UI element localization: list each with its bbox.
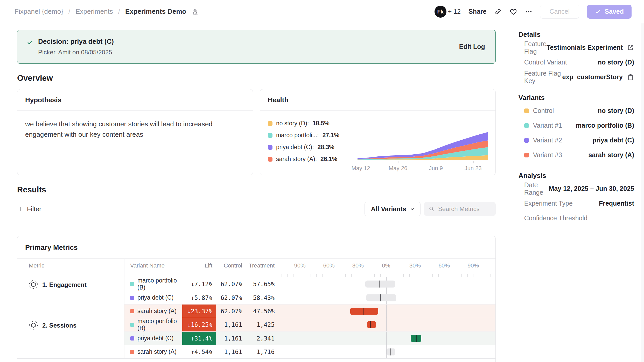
sidebar-row-label: Control Variant — [524, 59, 567, 66]
control-value-cell: 62.07% — [216, 291, 246, 304]
axis-minor-tick — [328, 274, 328, 277]
clipboard-icon[interactable] — [627, 74, 634, 81]
control-value-cell: 62.07% — [216, 304, 246, 318]
treatment-value-cell: 57.65% — [246, 277, 278, 291]
hypothesis-card: Hypothesis we believe that showing custo… — [17, 89, 253, 175]
legend-swatch — [268, 157, 272, 162]
axis-minor-tick — [340, 274, 340, 277]
sidebar-row-date-range: Date RangeMay 12, 2025 – Jun 30, 2025 — [519, 181, 634, 196]
axis-minor-tick — [305, 274, 305, 277]
axis-minor-tick — [438, 274, 439, 277]
legend-swatch — [268, 133, 272, 138]
axis-percent-label: -90% — [292, 262, 305, 269]
variants-dropdown[interactable]: All Variants — [365, 202, 421, 216]
favorite-heart-icon[interactable] — [509, 8, 517, 16]
copy-link-icon[interactable] — [494, 8, 502, 15]
sidebar-row-label: Variant #3 — [524, 151, 562, 159]
variant-name-cell[interactable]: marco portfolio (B) — [124, 277, 182, 291]
metric-group-grid: 1. Engagementmarco portfolio (B)↓7.12%62… — [17, 277, 495, 318]
axis-minor-tick — [369, 274, 369, 277]
variant-name-cell[interactable]: sarah story (A) — [124, 345, 182, 358]
sidebar-row-label: Feature Flag — [524, 40, 547, 55]
share-button[interactable]: Share — [468, 8, 486, 15]
control-value-cell: 62.07% — [216, 277, 246, 291]
axis-spacer — [246, 273, 278, 277]
metric-target-icon — [29, 280, 38, 289]
sidebar-row-label: Confidence Threshold — [524, 214, 587, 222]
axis-minor-tick — [473, 274, 473, 277]
axis-minor-tick — [374, 274, 375, 277]
breadcrumb-item[interactable]: Experiments — [75, 8, 113, 16]
axis-minor-tick — [450, 274, 450, 277]
search-metrics-input[interactable] — [438, 205, 491, 213]
treatment-value-cell: 1,716 — [246, 345, 278, 358]
collaborator-count[interactable]: + 12 — [448, 8, 461, 15]
axis-percent-label: -30% — [350, 262, 363, 269]
lift-cell: ↓16.25% — [182, 318, 216, 331]
edit-log-button[interactable]: Edit Log — [459, 43, 485, 50]
axis-minor-tick — [409, 274, 410, 277]
axis-minor-ticks — [278, 273, 495, 277]
legend-value: 28.3% — [318, 144, 334, 151]
metric-cell[interactable]: 2. Sessions — [17, 318, 124, 358]
add-metric-button[interactable]: Add — [17, 358, 495, 362]
lift-point-marker — [416, 335, 417, 342]
column-header-treatment: Treatment — [246, 259, 278, 273]
axis-minor-tick — [282, 274, 282, 277]
variant-name-cell[interactable]: priya debt (C) — [124, 331, 182, 345]
avatar[interactable]: Fk — [435, 6, 446, 18]
lift-point-marker — [390, 348, 391, 355]
lift-cell: ↑4.54% — [182, 345, 216, 358]
legend-label: sarah story (A): — [276, 156, 317, 163]
axis-minor-tick — [461, 274, 462, 277]
hypothesis-body[interactable]: we believe that showing customer stories… — [17, 111, 245, 148]
decision-title: Decision: priya debt (C) — [38, 38, 114, 46]
health-legend-item: marco portfoli...: 27.1% — [268, 132, 353, 139]
health-title: Health — [260, 89, 495, 111]
x-axis-tick — [436, 161, 436, 163]
variant-swatch — [130, 323, 134, 327]
variant-swatch — [524, 123, 529, 128]
legend-value: 26.1% — [320, 156, 337, 163]
sidebar-row-control-variant: Control Variantno story (D) — [519, 55, 634, 70]
external-link-icon[interactable] — [627, 44, 634, 51]
overview-heading: Overview — [17, 74, 496, 83]
variant-name-cell[interactable]: marco portfolio (B) — [124, 318, 182, 331]
metric-cell[interactable]: 1. Engagement — [17, 277, 124, 318]
variant-name-cell[interactable]: priya debt (C) — [124, 291, 182, 304]
variant-name-cell[interactable]: sarah story (A) — [124, 304, 182, 318]
more-options-icon[interactable] — [525, 8, 532, 15]
axis-minor-tick — [491, 274, 491, 277]
variant-swatch — [130, 350, 134, 354]
axis-percent-label: 60% — [438, 262, 450, 269]
legend-value: 18.5% — [312, 120, 329, 127]
treatment-value-cell: 2,341 — [246, 331, 278, 345]
check-icon — [595, 9, 601, 15]
confidence-interval-cell — [278, 291, 495, 304]
collaborator-group: Fk + 12 — [435, 6, 461, 18]
breadcrumb-item[interactable]: Experiments Demo — [125, 8, 186, 16]
variant-swatch — [130, 336, 134, 341]
zero-percent-line — [386, 332, 387, 345]
hypothesis-title: Hypothesis — [17, 89, 253, 111]
breadcrumb-item[interactable]: Fixpanel {demo} — [15, 8, 63, 16]
axis-percent-label: 30% — [409, 262, 421, 269]
confidence-interval-bar — [365, 281, 395, 288]
search-metrics-box — [424, 202, 496, 216]
saved-button[interactable]: Saved — [587, 5, 632, 19]
lift-cell: ↑31.4% — [182, 331, 216, 345]
scrollbar[interactable] — [641, 23, 644, 362]
cancel-button[interactable]: Cancel — [540, 5, 579, 19]
axis-minor-tick — [479, 274, 479, 277]
breadcrumb: Fixpanel {demo}/Experiments/Experiments … — [15, 8, 199, 16]
sidebar-row-feature-flag-key: Feature Flag Keyexp_customerStory — [519, 70, 634, 84]
x-axis-label: May 26 — [389, 165, 407, 172]
axis-minor-tick — [427, 274, 427, 277]
sidebar-row-value: no story (D) — [598, 59, 634, 66]
axis-minor-tick — [363, 274, 363, 277]
add-filter-button[interactable]: Filter — [17, 205, 41, 213]
header-actions: Fk + 12 Share Cancel Saved — [435, 5, 632, 19]
plus-icon — [17, 206, 23, 212]
metric-target-icon — [29, 321, 38, 330]
axis-minor-tick — [386, 274, 386, 277]
